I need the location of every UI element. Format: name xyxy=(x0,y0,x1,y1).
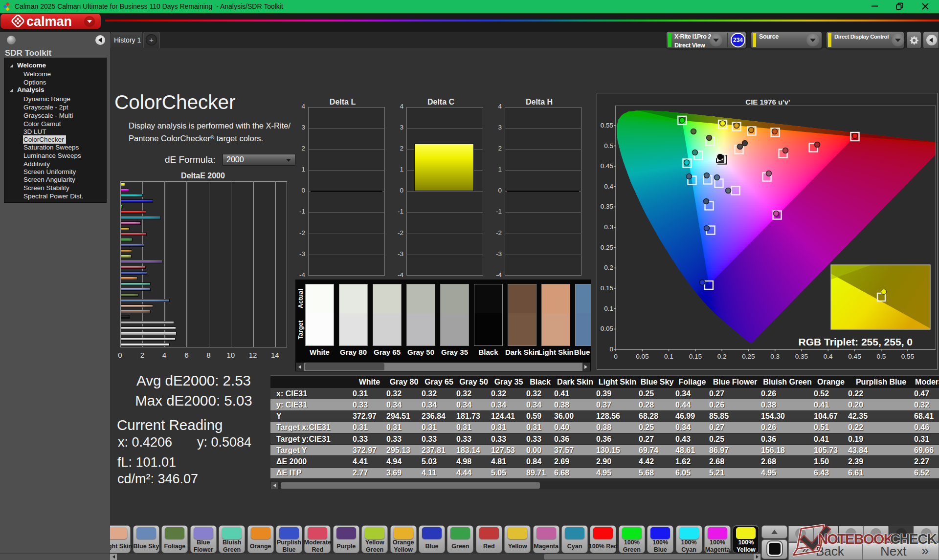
svg-text:CHECK: CHECK xyxy=(890,531,937,547)
svg-text:NOTEBOOK: NOTEBOOK xyxy=(818,531,894,547)
